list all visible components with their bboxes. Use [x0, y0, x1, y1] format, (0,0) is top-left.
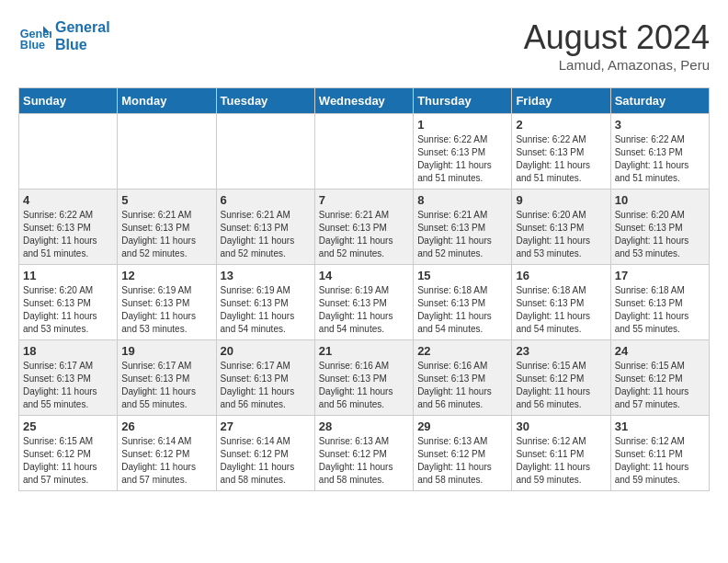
calendar-cell: 24Sunrise: 6:15 AM Sunset: 6:12 PM Dayli…	[610, 340, 709, 416]
day-number: 25	[23, 419, 113, 433]
day-info: Sunrise: 6:21 AM Sunset: 6:13 PM Dayligh…	[417, 209, 507, 260]
day-info: Sunrise: 6:14 AM Sunset: 6:12 PM Dayligh…	[121, 435, 211, 487]
day-info: Sunrise: 6:22 AM Sunset: 6:13 PM Dayligh…	[516, 133, 606, 185]
page-header: General Blue General Blue August 2024 La…	[18, 18, 710, 73]
day-info: Sunrise: 6:15 AM Sunset: 6:12 PM Dayligh…	[23, 435, 113, 487]
calendar-week-3: 11Sunrise: 6:20 AM Sunset: 6:13 PM Dayli…	[19, 265, 710, 340]
day-number: 24	[615, 344, 705, 358]
logo-icon: General Blue	[18, 19, 51, 52]
calendar-cell: 4Sunrise: 6:22 AM Sunset: 6:13 PM Daylig…	[19, 190, 118, 265]
calendar-cell: 2Sunrise: 6:22 AM Sunset: 6:13 PM Daylig…	[512, 114, 610, 190]
day-number: 27	[221, 419, 311, 433]
day-info: Sunrise: 6:21 AM Sunset: 6:13 PM Dayligh…	[221, 209, 311, 260]
day-number: 17	[615, 269, 705, 282]
day-info: Sunrise: 6:19 AM Sunset: 6:13 PM Dayligh…	[221, 284, 311, 336]
day-number: 18	[23, 344, 113, 358]
calendar-cell: 10Sunrise: 6:20 AM Sunset: 6:13 PM Dayli…	[610, 190, 709, 265]
calendar-cell: 15Sunrise: 6:18 AM Sunset: 6:13 PM Dayli…	[414, 265, 512, 340]
calendar-cell: 16Sunrise: 6:18 AM Sunset: 6:13 PM Dayli…	[512, 265, 610, 340]
calendar-cell: 22Sunrise: 6:16 AM Sunset: 6:13 PM Dayli…	[414, 340, 512, 416]
calendar-cell: 11Sunrise: 6:20 AM Sunset: 6:13 PM Dayli…	[19, 265, 118, 340]
day-number: 31	[615, 419, 705, 433]
day-info: Sunrise: 6:16 AM Sunset: 6:13 PM Dayligh…	[319, 360, 409, 411]
day-number: 22	[417, 344, 507, 358]
day-number: 28	[319, 419, 409, 433]
calendar-cell: 31Sunrise: 6:12 AM Sunset: 6:11 PM Dayli…	[610, 416, 709, 491]
day-info: Sunrise: 6:22 AM Sunset: 6:13 PM Dayligh…	[417, 133, 507, 185]
day-number: 13	[221, 269, 311, 282]
calendar-cell: 1Sunrise: 6:22 AM Sunset: 6:13 PM Daylig…	[414, 114, 512, 190]
day-number: 20	[221, 344, 311, 358]
calendar-cell	[314, 114, 413, 190]
day-info: Sunrise: 6:12 AM Sunset: 6:11 PM Dayligh…	[615, 435, 705, 487]
day-info: Sunrise: 6:16 AM Sunset: 6:13 PM Dayligh…	[417, 360, 507, 411]
day-number: 11	[23, 269, 113, 282]
day-info: Sunrise: 6:20 AM Sunset: 6:13 PM Dayligh…	[516, 209, 606, 260]
title-block: August 2024 Lamud, Amazonas, Peru	[524, 18, 710, 73]
day-number: 21	[319, 344, 409, 358]
day-number: 12	[121, 269, 211, 282]
calendar-cell: 9Sunrise: 6:20 AM Sunset: 6:13 PM Daylig…	[512, 190, 610, 265]
calendar-cell: 13Sunrise: 6:19 AM Sunset: 6:13 PM Dayli…	[216, 265, 314, 340]
day-info: Sunrise: 6:17 AM Sunset: 6:13 PM Dayligh…	[121, 360, 211, 411]
logo-text-line2: Blue	[55, 36, 110, 53]
calendar-cell: 26Sunrise: 6:14 AM Sunset: 6:12 PM Dayli…	[118, 416, 216, 491]
day-info: Sunrise: 6:17 AM Sunset: 6:13 PM Dayligh…	[221, 360, 311, 411]
day-info: Sunrise: 6:18 AM Sunset: 6:13 PM Dayligh…	[516, 284, 606, 336]
day-info: Sunrise: 6:15 AM Sunset: 6:12 PM Dayligh…	[615, 360, 705, 411]
svg-text:Blue: Blue	[20, 40, 45, 52]
day-info: Sunrise: 6:14 AM Sunset: 6:12 PM Dayligh…	[221, 435, 311, 487]
calendar-cell: 17Sunrise: 6:18 AM Sunset: 6:13 PM Dayli…	[610, 265, 709, 340]
day-info: Sunrise: 6:12 AM Sunset: 6:11 PM Dayligh…	[516, 435, 606, 487]
calendar-cell: 23Sunrise: 6:15 AM Sunset: 6:12 PM Dayli…	[512, 340, 610, 416]
day-info: Sunrise: 6:20 AM Sunset: 6:13 PM Dayligh…	[23, 284, 113, 336]
location: Lamud, Amazonas, Peru	[524, 57, 710, 73]
day-info: Sunrise: 6:18 AM Sunset: 6:13 PM Dayligh…	[417, 284, 507, 336]
calendar-week-2: 4Sunrise: 6:22 AM Sunset: 6:13 PM Daylig…	[19, 190, 710, 265]
calendar-cell: 30Sunrise: 6:12 AM Sunset: 6:11 PM Dayli…	[512, 416, 610, 491]
calendar-week-1: 1Sunrise: 6:22 AM Sunset: 6:13 PM Daylig…	[19, 114, 710, 190]
calendar-cell: 20Sunrise: 6:17 AM Sunset: 6:13 PM Dayli…	[216, 340, 314, 416]
month-title: August 2024	[524, 18, 710, 57]
header-monday: Monday	[118, 88, 216, 114]
header-sunday: Sunday	[19, 88, 118, 114]
logo-text-line1: General	[55, 18, 110, 36]
day-info: Sunrise: 6:21 AM Sunset: 6:13 PM Dayligh…	[121, 209, 211, 260]
calendar-cell: 29Sunrise: 6:13 AM Sunset: 6:12 PM Dayli…	[414, 416, 512, 491]
header-wednesday: Wednesday	[314, 88, 413, 114]
day-number: 5	[121, 193, 211, 207]
calendar-cell: 7Sunrise: 6:21 AM Sunset: 6:13 PM Daylig…	[314, 190, 413, 265]
header-friday: Friday	[512, 88, 610, 114]
day-number: 26	[121, 419, 211, 433]
calendar-cell	[216, 114, 314, 190]
day-number: 23	[516, 344, 606, 358]
calendar-cell: 21Sunrise: 6:16 AM Sunset: 6:13 PM Dayli…	[314, 340, 413, 416]
calendar-cell: 28Sunrise: 6:13 AM Sunset: 6:12 PM Dayli…	[314, 416, 413, 491]
header-thursday: Thursday	[414, 88, 512, 114]
day-info: Sunrise: 6:15 AM Sunset: 6:12 PM Dayligh…	[516, 360, 606, 411]
calendar-cell: 27Sunrise: 6:14 AM Sunset: 6:12 PM Dayli…	[216, 416, 314, 491]
header-saturday: Saturday	[610, 88, 709, 114]
day-number: 4	[23, 193, 113, 207]
calendar-cell	[118, 114, 216, 190]
day-number: 15	[417, 269, 507, 282]
day-info: Sunrise: 6:17 AM Sunset: 6:13 PM Dayligh…	[23, 360, 113, 411]
day-number: 9	[516, 193, 606, 207]
calendar-cell: 14Sunrise: 6:19 AM Sunset: 6:13 PM Dayli…	[314, 265, 413, 340]
day-info: Sunrise: 6:21 AM Sunset: 6:13 PM Dayligh…	[319, 209, 409, 260]
day-number: 8	[417, 193, 507, 207]
day-number: 19	[121, 344, 211, 358]
day-number: 6	[221, 193, 311, 207]
day-info: Sunrise: 6:18 AM Sunset: 6:13 PM Dayligh…	[615, 284, 705, 336]
calendar-week-4: 18Sunrise: 6:17 AM Sunset: 6:13 PM Dayli…	[19, 340, 710, 416]
calendar-cell: 25Sunrise: 6:15 AM Sunset: 6:12 PM Dayli…	[19, 416, 118, 491]
calendar-header-row: SundayMondayTuesdayWednesdayThursdayFrid…	[19, 88, 710, 114]
day-number: 10	[615, 193, 705, 207]
day-number: 3	[615, 118, 705, 132]
day-info: Sunrise: 6:13 AM Sunset: 6:12 PM Dayligh…	[319, 435, 409, 487]
calendar-cell: 12Sunrise: 6:19 AM Sunset: 6:13 PM Dayli…	[118, 265, 216, 340]
calendar-week-5: 25Sunrise: 6:15 AM Sunset: 6:12 PM Dayli…	[19, 416, 710, 491]
calendar-cell: 19Sunrise: 6:17 AM Sunset: 6:13 PM Dayli…	[118, 340, 216, 416]
day-number: 7	[319, 193, 409, 207]
day-info: Sunrise: 6:22 AM Sunset: 6:13 PM Dayligh…	[615, 133, 705, 185]
